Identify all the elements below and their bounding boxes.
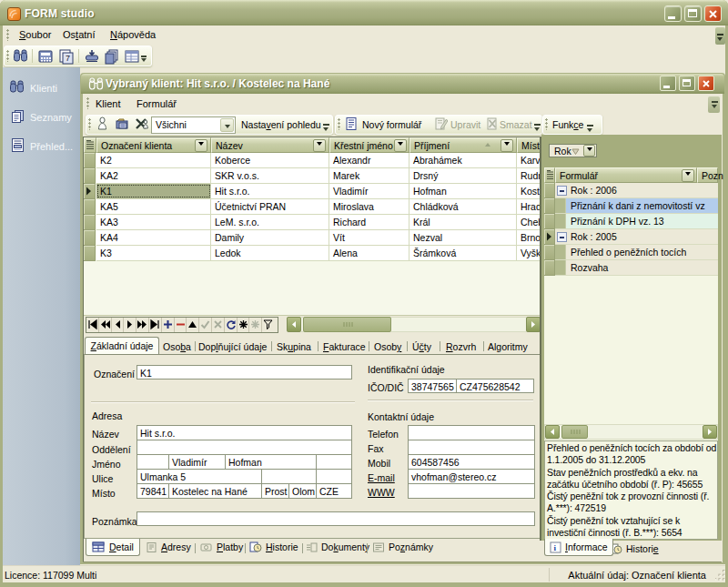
svg-text:7: 7 xyxy=(66,54,70,63)
